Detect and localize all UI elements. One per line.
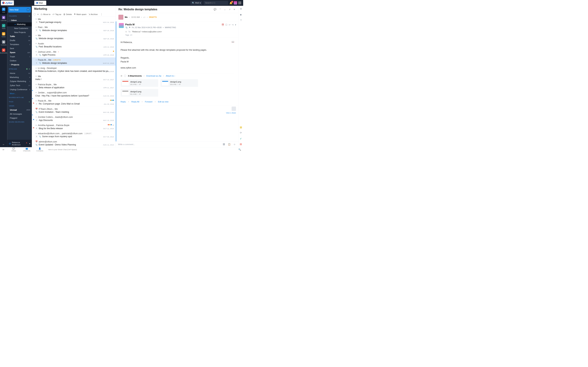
- profile-avatar[interactable]: [234, 1, 237, 5]
- folder-trash[interactable]: Trash1: [7, 55, 32, 58]
- stream-label[interactable]: MARKETING: [165, 26, 176, 29]
- add-stream-icon[interactable]: ⊕ ＋: [26, 68, 30, 70]
- message-row[interactable]: ✉Me3Travel package enquiryNOV 04, 2019: [32, 17, 116, 25]
- message-row[interactable]: ✉Joshua Lenin... Me↕3📎Agile ProcessAPR 2…: [32, 49, 116, 58]
- bottom-contacts[interactable]: 👤Contacts: [33, 147, 46, 152]
- rail-mail[interactable]: ✉Mail: [0, 7, 7, 14]
- message-row[interactable]: ⚑✉Paula M... Me2Re. Comparison page: Zoh…: [32, 98, 116, 106]
- chevron-down-icon[interactable]: ▾: [27, 8, 30, 11]
- stream-marketing[interactable]: Marketing8: [7, 75, 32, 79]
- reader-mode-icon[interactable]: 📖: [232, 40, 234, 44]
- task-icon[interactable]: ☐: [225, 24, 227, 26]
- rail-bookmarks[interactable]: ★Bookmarks: [0, 48, 7, 55]
- message-row[interactable]: 📅admin@zillum.com📎Event Updated - Demo V…: [32, 139, 116, 147]
- attach-to[interactable]: Attach to ›: [166, 75, 175, 77]
- folder-outbox[interactable]: Outbox: [7, 58, 32, 63]
- forward-button[interactable]: Forward: [145, 100, 152, 103]
- nav-section-tags[interactable]: TAGS＋: [7, 100, 32, 104]
- folder-tome[interactable]: ToMe29: [7, 34, 32, 38]
- rail-calendar[interactable]: ▦Calendar: [0, 15, 7, 22]
- rail-notes[interactable]: ▤Notes: [0, 31, 7, 39]
- bottom-search-icon[interactable]: 🔍: [236, 148, 243, 151]
- folder-drafts[interactable]: Drafts86: [7, 38, 32, 42]
- share-view[interactable]: View 1 share: [116, 105, 239, 115]
- message-row[interactable]: ✉Jordan... support@zylker.comChat : Hey …: [32, 90, 116, 98]
- view-unread[interactable]: Unread2533: [7, 108, 32, 112]
- archive-button[interactable]: ⇲Archive: [88, 13, 98, 16]
- current-user[interactable]: @ Rebecca Anderson ▾: [7, 140, 32, 147]
- stream-zylker-tech[interactable]: Zylker Tech10: [7, 83, 32, 87]
- nav-section-saved[interactable]: SAVED SEARCHES: [7, 120, 32, 124]
- folder-new-projects[interactable]: New Projects: [7, 30, 32, 34]
- message-row[interactable]: ✉Me📎Website design templatesSEP 28, 2019: [32, 33, 116, 41]
- delete-button[interactable]: 🗑Delete: [63, 13, 72, 16]
- bottom-channels[interactable]: 👥Channels: [20, 147, 33, 152]
- settings-icon[interactable]: ⚙: [240, 8, 242, 10]
- next-message-icon[interactable]: ⌄: [223, 8, 227, 11]
- integrations-icon[interactable]: ⟳: [240, 131, 242, 134]
- help-icon[interactable]: ?: [240, 19, 242, 22]
- rail-collapse-icon[interactable]: ⇤: [1, 142, 6, 147]
- folder-spam[interactable]: Spam107: [7, 50, 32, 55]
- search-input[interactable]: Search ( / ): [204, 1, 228, 5]
- attachment-card[interactable]: design2.png25.6 KB • 🏷: [160, 79, 198, 87]
- message-row[interactable]: ✉eduardov@zillum.com... patriciab@zillum…: [32, 131, 116, 139]
- message-row[interactable]: ✉MeHello !OCT 10, 2017: [32, 74, 116, 82]
- select-all-attachments[interactable]: [124, 75, 126, 77]
- forward-icon[interactable]: ↪: [232, 24, 234, 26]
- reply-button[interactable]: Reply: [121, 100, 126, 103]
- app-switcher-icon[interactable]: [238, 1, 241, 4]
- download-zip[interactable]: Download as Zip: [146, 75, 161, 77]
- open-window-icon[interactable]: ↗: [228, 8, 231, 11]
- move-to-button[interactable]: 🗀Move to: [41, 13, 51, 16]
- view-flagged[interactable]: Flagged: [7, 116, 32, 120]
- prev-message-icon[interactable]: ⌃: [219, 8, 222, 11]
- edit-as-new-button[interactable]: Edit as new: [158, 100, 169, 103]
- collapse-icon[interactable]: ⊖: [121, 75, 122, 77]
- message-row[interactable]: ✉Patricia Boyle... Me3Beta release of ap…: [32, 82, 116, 90]
- chevron-down-icon[interactable]: ▾: [37, 13, 38, 16]
- new-mail-button[interactable]: New Mail▾: [8, 7, 31, 13]
- tag-icon[interactable]: 🏷: [139, 93, 141, 95]
- message-row[interactable]: ✉Paula M... Me2 DRAFTS1📎Website design t…: [32, 57, 116, 66]
- close-icon[interactable]: ✕: [233, 8, 236, 11]
- mark-spam-button[interactable]: ⚑Mark spam: [74, 13, 86, 16]
- stream-zylgear-marketing[interactable]: Zylgear Marketing1: [7, 79, 32, 83]
- chat-icon[interactable]: 💬: [213, 8, 217, 11]
- add-tag-icon[interactable]: 🏷: [130, 34, 132, 36]
- add-tag-icon[interactable]: ＋: [28, 100, 30, 103]
- attachment-card[interactable]: design1.png20.3 KB • 🏷: [121, 79, 158, 87]
- flag-icon[interactable]: ⚑: [33, 119, 35, 121]
- folder-sent[interactable]: Sent: [7, 47, 32, 50]
- clipboard-icon[interactable]: 📋: [227, 143, 231, 146]
- message-row[interactable]: ⚑✉Zombie Cutters... leads@zillum.com3App…: [32, 115, 116, 123]
- comment-input[interactable]: Write a comment... 🖼 📋 ☺: [116, 141, 239, 147]
- badge-2[interactable]: 2: [240, 126, 242, 128]
- message-row[interactable]: ✉Li Jung - DeveloperHi Rebecca Anderson,…: [32, 66, 116, 74]
- view-all-messages[interactable]: All messages: [7, 112, 32, 116]
- folder-inbox[interactable]: ▾Inbox: [7, 18, 32, 22]
- signature-url[interactable]: www.zylker.com: [121, 66, 234, 70]
- reminder-icon[interactable]: ⏰: [222, 24, 224, 26]
- folder-marketing[interactable]: ⫘Marketing: [7, 22, 32, 26]
- notifications-button[interactable]: 🔔2: [229, 1, 232, 4]
- search-scope[interactable]: 🔍Mail▾: [190, 1, 202, 5]
- recipients-toggle-icon[interactable]: ⊖: [125, 31, 127, 33]
- tag-icon[interactable]: 🏷: [139, 83, 141, 85]
- rail-tasks[interactable]: ✓Tasks: [0, 23, 7, 31]
- tag-as-button[interactable]: 🏷Tag as: [52, 13, 61, 16]
- message-row[interactable]: ✉Paul... Me2📎Website design templatesSEP…: [32, 25, 116, 33]
- message-row[interactable]: ⚑+1✉Amritha Agrawal... Patricia Boyle6Bl…: [32, 123, 116, 131]
- widgets-icon[interactable]: ◆: [240, 13, 242, 16]
- collapse-nav-icon[interactable]: ⇤: [0, 148, 7, 151]
- tag-icon[interactable]: 🏷: [179, 83, 181, 85]
- workspace-tab-mail[interactable]: Mail: [34, 1, 46, 5]
- add-folder-icon[interactable]: ＋: [28, 15, 30, 17]
- message-row[interactable]: ✉Austin📎Fwd: Beautiful locationsJUN 12, …: [32, 41, 116, 49]
- message-row[interactable]: 📅ITTeam Zillum... Me📎Event Invitation - …: [32, 106, 116, 115]
- reply-all-button[interactable]: Reply All: [131, 100, 139, 103]
- reply-icon[interactable]: ↩: [229, 24, 231, 26]
- more-icon[interactable]: ▾: [235, 24, 236, 26]
- folder-projects[interactable]: ▾Projects: [7, 63, 32, 67]
- rocket-icon[interactable]: ➹: [240, 137, 242, 140]
